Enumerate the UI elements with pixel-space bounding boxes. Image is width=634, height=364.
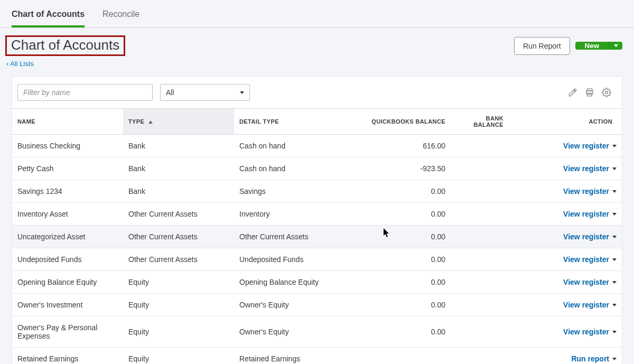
cell-qb-balance: 0.00 — [345, 316, 451, 348]
chevron-left-icon: ‹ — [6, 60, 8, 68]
row-action-link[interactable]: View register — [563, 301, 617, 309]
new-button-dropdown[interactable] — [609, 42, 622, 50]
row-action-link[interactable]: View register — [563, 278, 617, 286]
panel-toolbar: All — [12, 77, 622, 108]
table-row: Savings 1234BankSavings0.00View register — [12, 180, 622, 203]
cell-bank-balance — [451, 203, 509, 226]
cell-detail: Owner's Equity — [234, 294, 345, 316]
accounts-table: NAME TYPE DETAIL TYPE QUICKBOOKS BALANCE… — [12, 108, 622, 364]
caret-down-icon — [612, 358, 617, 360]
cell-name: Petty Cash — [12, 157, 123, 180]
print-icon[interactable] — [585, 88, 594, 97]
table-row: Retained EarningsEquityRetained Earnings… — [12, 348, 622, 365]
caret-down-icon — [612, 145, 617, 147]
caret-down-icon — [612, 236, 617, 238]
cell-qb-balance: -923.50 — [345, 157, 451, 180]
cell-action: View register — [509, 316, 622, 348]
cell-qb-balance: 0.00 — [345, 226, 451, 248]
row-action-link[interactable]: View register — [563, 232, 617, 241]
row-action-link[interactable]: View register — [563, 328, 617, 336]
col-detail-type[interactable]: DETAIL TYPE — [234, 109, 345, 135]
tab-reconcile[interactable]: Reconcile — [102, 5, 139, 25]
cell-action: View register — [509, 203, 622, 226]
col-bank-balance[interactable]: BANK BALANCE — [451, 109, 509, 135]
table-row: Undeposited FundsOther Current AssetsUnd… — [12, 248, 622, 271]
cell-name: Business Checking — [12, 135, 123, 157]
cell-action: View register — [509, 271, 622, 294]
caret-down-icon — [612, 213, 617, 216]
cell-bank-balance — [451, 226, 509, 248]
caret-down-icon — [612, 331, 617, 333]
page-title: Chart of Accounts — [5, 35, 125, 56]
table-row: Uncategorized AssetOther Current AssetsO… — [12, 226, 622, 248]
cell-type: Equity — [123, 294, 234, 316]
breadcrumb: ‹ All Lists — [0, 57, 634, 68]
cell-detail: Inventory — [234, 203, 345, 226]
table-row: Owner's Pay & Personal ExpensesEquityOwn… — [12, 316, 622, 348]
row-action-label: View register — [563, 255, 609, 264]
col-name[interactable]: NAME — [12, 109, 123, 135]
cell-detail: Cash on hand — [234, 135, 345, 157]
table-row: Opening Balance EquityEquityOpening Bala… — [12, 271, 622, 294]
row-action-label: View register — [563, 210, 609, 218]
accounts-panel: All NAME TYPE DETAIL TYPE — [12, 76, 622, 364]
tab-chart-of-accounts[interactable]: Chart of Accounts — [12, 5, 85, 27]
row-action-link[interactable]: View register — [563, 187, 617, 195]
row-action-label: View register — [563, 187, 609, 195]
row-action-label: View register — [563, 164, 609, 173]
row-action-label: View register — [563, 142, 609, 150]
cell-action: View register — [509, 248, 622, 271]
cell-type: Bank — [123, 180, 234, 203]
cell-type: Other Current Assets — [123, 226, 234, 248]
gear-icon[interactable] — [602, 88, 611, 97]
caret-down-icon — [612, 281, 617, 284]
row-action-link[interactable]: View register — [563, 255, 617, 264]
cell-bank-balance — [451, 157, 509, 180]
row-action-link[interactable]: View register — [563, 142, 617, 150]
caret-down-icon — [612, 190, 617, 193]
cell-name: Owner's Investment — [12, 294, 123, 316]
col-type-label: TYPE — [128, 118, 144, 125]
cell-type: Bank — [123, 135, 234, 157]
cell-type: Other Current Assets — [123, 248, 234, 271]
cell-qb-balance: 616.00 — [345, 135, 451, 157]
tabs-bar: Chart of Accounts Reconcile — [0, 0, 634, 28]
cell-detail: Retained Earnings — [234, 348, 345, 365]
col-type[interactable]: TYPE — [123, 109, 234, 135]
svg-point-3 — [605, 91, 608, 94]
cell-detail: Other Current Assets — [234, 226, 345, 248]
cell-detail: Opening Balance Equity — [234, 271, 345, 294]
cell-name: Uncategorized Asset — [12, 226, 123, 248]
row-action-label: View register — [563, 232, 609, 241]
caret-down-icon — [612, 304, 617, 306]
cell-action: View register — [509, 294, 622, 316]
cell-bank-balance — [451, 271, 509, 294]
cell-qb-balance: 0.00 — [345, 248, 451, 271]
type-filter-select[interactable]: All — [160, 84, 250, 101]
edit-icon[interactable] — [568, 88, 577, 97]
caret-down-icon — [614, 44, 618, 47]
cell-name: Savings 1234 — [12, 180, 123, 203]
cell-bank-balance — [451, 348, 509, 365]
cell-type: Bank — [123, 157, 234, 180]
new-button[interactable]: New — [575, 42, 609, 50]
cell-action: Run report — [509, 348, 622, 365]
page-header: Chart of Accounts Run Report New — [0, 28, 634, 57]
caret-down-icon — [240, 91, 244, 94]
run-report-button[interactable]: Run Report — [514, 37, 570, 55]
row-action-link[interactable]: View register — [563, 164, 617, 173]
cell-action: View register — [509, 180, 622, 203]
cell-bank-balance — [451, 248, 509, 271]
new-button-group: New — [575, 42, 622, 50]
all-lists-link[interactable]: ‹ All Lists — [6, 60, 34, 68]
row-action-link[interactable]: Run report — [571, 354, 617, 363]
cell-name: Retained Earnings — [12, 348, 123, 365]
cell-type: Equity — [123, 316, 234, 348]
caret-down-icon — [612, 167, 617, 170]
col-qb-balance[interactable]: QUICKBOOKS BALANCE — [345, 109, 451, 135]
row-action-label: View register — [563, 301, 609, 309]
row-action-link[interactable]: View register — [563, 210, 617, 218]
filter-by-name-input[interactable] — [17, 84, 153, 101]
cell-name: Inventory Asset — [12, 203, 123, 226]
cell-action: View register — [509, 135, 622, 157]
